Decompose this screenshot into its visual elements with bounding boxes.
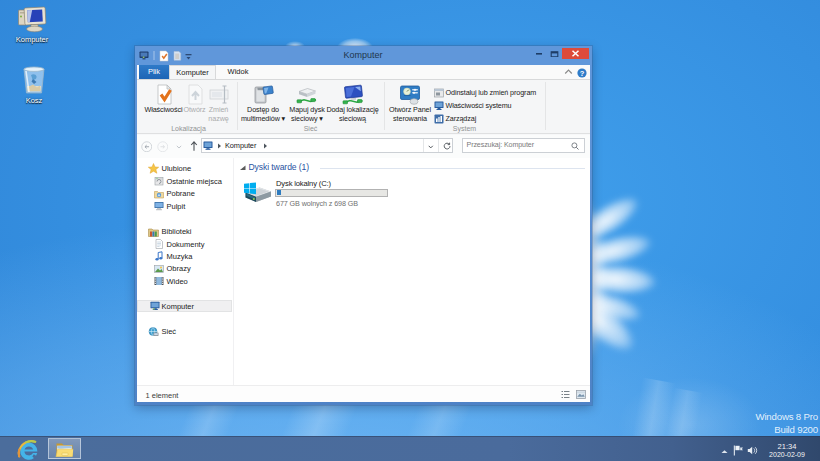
svg-text:?: ? <box>579 68 584 77</box>
